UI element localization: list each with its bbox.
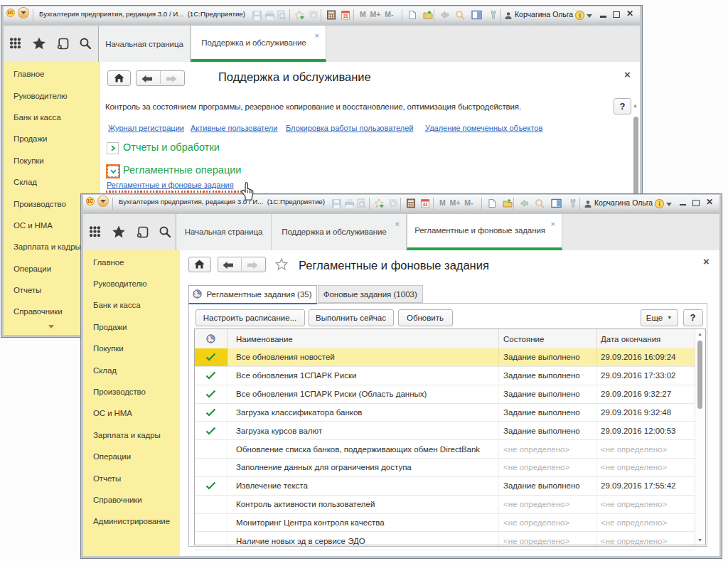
svg-text:31: 31: [343, 14, 348, 18]
svg-text:i: i: [658, 201, 660, 208]
svg-text:31: 31: [422, 202, 428, 207]
svg-text:i: i: [579, 12, 581, 19]
